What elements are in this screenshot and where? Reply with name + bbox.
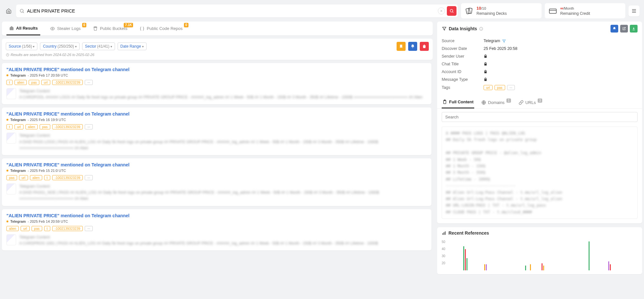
- tab-stealer-logs[interactable]: Stealer Logs0: [47, 22, 83, 35]
- svg-point-1: [450, 9, 453, 12]
- y-tick: 40: [442, 247, 445, 251]
- svg-rect-12: [443, 233, 443, 235]
- search-button[interactable]: [447, 6, 457, 16]
- more-tags[interactable]: ···: [85, 226, 93, 231]
- result-tag[interactable]: pas: [32, 226, 42, 231]
- filter-country[interactable]: Country (250/250) ▾: [40, 42, 79, 50]
- result-tag[interactable]: alien: [6, 226, 19, 231]
- bell-icon: [612, 27, 616, 31]
- tab-public-code-repos[interactable]: Public Code Repos0: [137, 22, 185, 35]
- chart-bar[interactable]: [466, 258, 467, 270]
- chart-bar[interactable]: [486, 264, 487, 270]
- remaining-decks-card[interactable]: 10/10 Remaining Decks: [461, 3, 542, 18]
- chevron-down-icon: ▾: [75, 45, 77, 48]
- svg-point-0: [20, 9, 23, 12]
- result-tag[interactable]: url: [41, 80, 50, 85]
- tab-all-results[interactable]: All Results: [6, 22, 40, 35]
- result-tag[interactable]: -1002139323239: [52, 226, 83, 231]
- data-insights-panel: Data Insights Source Telegram Discove: [437, 22, 642, 223]
- result-tag[interactable]: alien: [25, 124, 38, 129]
- result-tag[interactable]: url: [21, 226, 30, 231]
- decks-count: 10: [476, 6, 481, 11]
- lock-icon: [484, 62, 487, 66]
- tab-domains[interactable]: Domains1: [481, 96, 512, 108]
- result-tag[interactable]: t: [6, 124, 13, 129]
- filter-sector[interactable]: Sector (41/41) ▾: [82, 42, 115, 50]
- result-tag[interactable]: t: [6, 80, 13, 85]
- bookmark-icon: [399, 44, 403, 49]
- result-tag[interactable]: -1002139323239: [52, 175, 83, 180]
- svg-rect-4: [549, 9, 556, 13]
- delete-button[interactable]: [420, 42, 429, 51]
- filters-panel: Source (1/56) ▾ Country (250/250) ▾ Sect…: [2, 39, 433, 60]
- tab-public-buckets[interactable]: Public Buckets7.1K: [90, 22, 130, 35]
- svg-rect-14: [445, 231, 446, 235]
- result-tag[interactable]: url: [14, 124, 24, 129]
- share-button[interactable]: [620, 25, 628, 33]
- insight-tag[interactable]: pas: [495, 85, 505, 90]
- more-tags[interactable]: ···: [507, 85, 515, 90]
- credit-per: /Month: [563, 6, 574, 10]
- result-tag[interactable]: pas: [29, 80, 39, 85]
- more-tags[interactable]: ···: [85, 124, 93, 129]
- more-tags[interactable]: ···: [85, 80, 93, 85]
- chart-bar[interactable]: [542, 263, 543, 271]
- chart-bar[interactable]: [463, 246, 464, 270]
- insight-tag[interactable]: url: [484, 85, 493, 90]
- more-tags[interactable]: ···: [85, 175, 93, 180]
- result-tag[interactable]: t: [44, 175, 50, 180]
- remaining-credit-card[interactable]: ∞/Month Remaining Credit: [545, 3, 625, 18]
- search-icon: [19, 8, 24, 14]
- result-title[interactable]: "ALIEN PRIVATE PRICE" mentioned on Teleg…: [6, 162, 427, 167]
- result-thumbnail: [6, 133, 16, 144]
- content-search-input[interactable]: [442, 112, 638, 122]
- result-tag[interactable]: alien: [14, 80, 27, 85]
- results-list: "ALIEN PRIVATE PRICE" mentioned on Teleg…: [2, 63, 433, 296]
- content-preview: A #### PASS LOGS | PASS @ALIEN_LOG ## Da…: [442, 126, 638, 219]
- tab-full-content[interactable]: Full Content: [442, 96, 474, 108]
- chart-bar[interactable]: [589, 241, 590, 270]
- search-bar: [16, 5, 458, 17]
- filter-date-range[interactable]: Date Range ▾: [118, 42, 147, 50]
- close-icon: [440, 9, 443, 13]
- home-button[interactable]: [5, 7, 13, 15]
- result-tag[interactable]: t: [44, 226, 50, 231]
- result-tag[interactable]: -1002139323239: [52, 80, 83, 85]
- tab-urls[interactable]: URLs3: [518, 96, 543, 108]
- result-title[interactable]: "ALIEN PRIVATE PRICE" mentioned on Teleg…: [6, 111, 427, 117]
- decks-den: /10: [481, 6, 486, 10]
- chart-bar[interactable]: [543, 266, 544, 270]
- chart-bar[interactable]: [530, 264, 531, 270]
- chart-bar[interactable]: [465, 249, 466, 270]
- chart-bar[interactable]: [484, 264, 485, 270]
- result-tag[interactable]: pas: [6, 175, 17, 180]
- chart-bar[interactable]: [608, 261, 609, 270]
- svg-rect-13: [444, 232, 444, 235]
- chart-bar[interactable]: [525, 266, 526, 270]
- result-item: "ALIEN PRIVATE PRICE" mentioned on Teleg…: [2, 63, 431, 104]
- alert-button[interactable]: [408, 42, 417, 51]
- search-input[interactable]: [24, 6, 438, 16]
- menu-button[interactable]: [629, 5, 639, 16]
- funnel-icon[interactable]: [502, 39, 506, 43]
- eye-icon: [50, 26, 55, 31]
- notify-button[interactable]: [610, 25, 618, 33]
- result-tag[interactable]: alien: [30, 175, 42, 180]
- result-tag[interactable]: url: [19, 175, 28, 180]
- clear-search-button[interactable]: [438, 7, 445, 14]
- y-tick: 20: [442, 261, 445, 265]
- search-icon: [449, 9, 454, 13]
- result-title[interactable]: "ALIEN PRIVATE PRICE" mentioned on Teleg…: [6, 213, 427, 218]
- result-preview: Telegram ContentA DAID PASS1_NOE | PASS …: [19, 183, 427, 202]
- download-button[interactable]: [630, 25, 638, 33]
- chart-bar[interactable]: [610, 264, 611, 270]
- result-tag[interactable]: pas: [40, 124, 50, 129]
- home-icon: [6, 8, 12, 14]
- result-title[interactable]: "ALIEN PRIVATE PRICE" mentioned on Teleg…: [6, 67, 427, 72]
- result-tag[interactable]: -1002139323239: [52, 124, 83, 129]
- filter-source[interactable]: Source (1/56) ▾: [6, 42, 37, 50]
- result-thumbnail: [6, 183, 16, 194]
- bookmark-button[interactable]: [397, 42, 406, 51]
- lock-icon: [484, 54, 487, 58]
- braces-icon: [139, 26, 145, 31]
